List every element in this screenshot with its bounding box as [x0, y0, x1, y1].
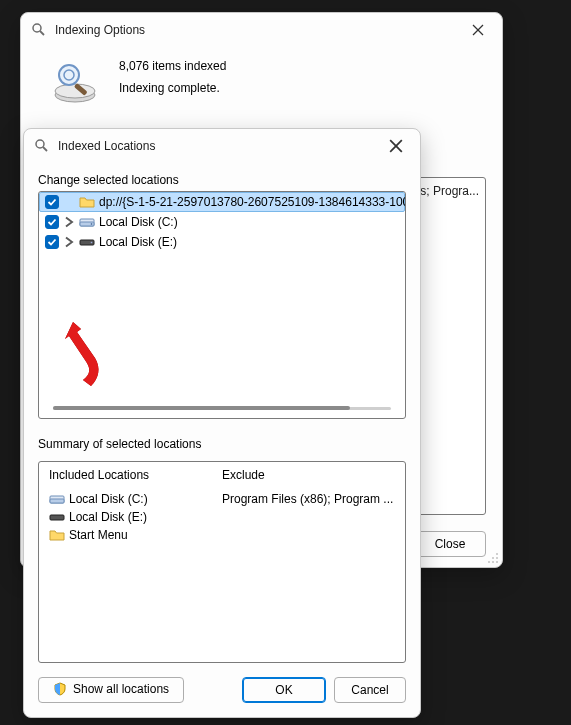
show-all-locations-button[interactable]: Show all locations — [38, 677, 184, 703]
close-button[interactable] — [378, 132, 414, 160]
folder-icon — [79, 194, 95, 210]
svg-point-21 — [91, 223, 93, 225]
svg-line-16 — [43, 147, 47, 151]
svg-line-1 — [40, 31, 44, 35]
summary-label: Summary of selected locations — [38, 437, 406, 451]
indexed-locations-window: Indexed Locations Change selected locati… — [23, 128, 421, 718]
drive-icon — [79, 214, 95, 230]
cancel-button[interactable]: Cancel — [334, 677, 406, 703]
tree-item-label: dp://{S-1-5-21-2597013780-2607525109-138… — [99, 195, 406, 209]
svg-point-13 — [492, 561, 494, 563]
exclude-text: Program Files (x86); Program ... — [222, 492, 393, 506]
drive-icon — [49, 509, 65, 525]
expand-icon[interactable] — [63, 216, 75, 228]
window-title: Indexing Options — [55, 23, 460, 37]
svg-rect-26 — [50, 515, 64, 520]
exclude-header: Exclude — [222, 468, 395, 482]
titlebar: Indexed Locations — [24, 129, 420, 163]
checkbox[interactable] — [45, 215, 59, 229]
show-all-label: Show all locations — [73, 682, 169, 696]
tree-row[interactable]: Local Disk (C:) — [39, 212, 405, 232]
window-title: Indexed Locations — [58, 139, 378, 153]
summary-box: Included Locations Local Disk (C:) Local… — [38, 461, 406, 663]
svg-point-10 — [496, 557, 498, 559]
locations-tree[interactable]: dp://{S-1-5-21-2597013780-2607525109-138… — [38, 191, 406, 419]
svg-point-11 — [492, 557, 494, 559]
included-row[interactable]: Start Menu — [49, 526, 222, 544]
included-label: Local Disk (E:) — [69, 510, 147, 524]
horizontal-scrollbar[interactable] — [53, 404, 391, 412]
svg-point-0 — [33, 24, 41, 32]
svg-point-14 — [488, 561, 490, 563]
svg-point-15 — [36, 140, 44, 148]
included-row[interactable]: Local Disk (C:) — [49, 490, 222, 508]
search-index-icon — [34, 138, 50, 154]
tree-item-label: Local Disk (E:) — [99, 235, 177, 249]
tree-item-label: Local Disk (C:) — [99, 215, 178, 229]
included-row[interactable]: Local Disk (E:) — [49, 508, 222, 526]
indexing-status-text: Indexing complete. — [119, 81, 226, 95]
close-button[interactable] — [460, 16, 496, 44]
indexing-icon — [49, 55, 101, 107]
ok-button[interactable]: OK — [242, 677, 326, 703]
included-label: Local Disk (C:) — [69, 492, 148, 506]
folder-icon — [49, 527, 65, 543]
drive-icon — [49, 491, 65, 507]
svg-point-23 — [91, 242, 93, 244]
resize-grip[interactable] — [487, 552, 499, 564]
annotation-arrow — [61, 320, 121, 390]
items-indexed-text: 8,076 items indexed — [119, 59, 226, 73]
included-label: Start Menu — [69, 528, 128, 542]
shield-icon — [53, 682, 67, 696]
change-locations-label: Change selected locations — [38, 173, 406, 187]
drive-icon — [79, 234, 95, 250]
svg-point-12 — [496, 561, 498, 563]
svg-rect-25 — [50, 499, 64, 503]
checkbox[interactable] — [45, 195, 59, 209]
titlebar: Indexing Options — [21, 13, 502, 47]
checkbox[interactable] — [45, 235, 59, 249]
svg-point-9 — [496, 553, 498, 555]
close-dialog-button[interactable]: Close — [414, 531, 486, 557]
tree-row[interactable]: Local Disk (E:) — [39, 232, 405, 252]
expand-icon[interactable] — [63, 236, 75, 248]
tree-row[interactable]: dp://{S-1-5-21-2597013780-2607525109-138… — [39, 192, 405, 212]
included-header: Included Locations — [49, 468, 222, 482]
exclude-row: Program Files (x86); Program ... — [222, 490, 395, 508]
svg-point-6 — [59, 65, 79, 85]
search-index-icon — [31, 22, 47, 38]
